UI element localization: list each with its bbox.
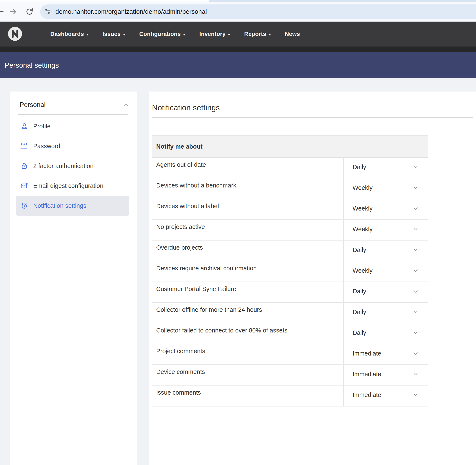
- notify-row-label: Agents out of date: [152, 158, 344, 178]
- frequency-select[interactable]: Weekly: [344, 220, 428, 240]
- notify-row-label: Device comments: [152, 365, 344, 385]
- frequency-value: Weekly: [353, 226, 373, 232]
- lock-icon: [20, 162, 29, 170]
- frequency-select[interactable]: Immediate: [344, 365, 428, 385]
- browser-tab-strip: [0, 0, 476, 2]
- chevron-down-icon: [413, 164, 419, 170]
- frequency-select[interactable]: Daily: [344, 282, 428, 302]
- nav-menu: Dashboards Issues Configurations Invento…: [50, 31, 300, 37]
- chevron-down-icon: [413, 185, 419, 191]
- chevron-down-icon: [228, 34, 231, 35]
- chevron-down-icon: [413, 288, 419, 294]
- nav-item-reports[interactable]: Reports: [244, 31, 271, 37]
- chevron-down-icon: [413, 392, 419, 398]
- table-header: Notify me about: [152, 136, 428, 158]
- frequency-select[interactable]: Daily: [344, 303, 428, 323]
- chevron-down-icon: [413, 226, 419, 232]
- frequency-value: Daily: [353, 329, 366, 336]
- svg-text:***: ***: [21, 142, 28, 148]
- sidebar-divider: [18, 114, 128, 115]
- alarm-clock-icon: [20, 202, 29, 210]
- nav-item-news[interactable]: News: [285, 31, 300, 37]
- table-row: Project comments Immediate: [152, 344, 428, 365]
- nav-item-inventory[interactable]: Inventory: [199, 31, 231, 37]
- nav-item-configurations[interactable]: Configurations: [139, 31, 186, 37]
- chevron-down-icon: [413, 330, 419, 336]
- top-navigation: Dashboards Issues Configurations Invento…: [0, 22, 476, 46]
- notify-row-label: No projects active: [152, 220, 344, 240]
- frequency-select[interactable]: Immediate: [344, 386, 428, 406]
- frequency-value: Daily: [353, 309, 366, 315]
- browser-toolbar: demo.nanitor.com/organization/demo/admin…: [0, 2, 476, 22]
- tune-icon[interactable]: [44, 8, 51, 15]
- sidebar-item-notification-settings[interactable]: Notification settings: [16, 196, 129, 216]
- table-row: Devices without a benchmark Weekly: [152, 178, 428, 199]
- frequency-value: Daily: [353, 164, 366, 170]
- back-icon[interactable]: [0, 7, 4, 16]
- frequency-value: Weekly: [353, 205, 373, 212]
- table-row: Customer Portal Sync Failure Daily: [152, 282, 428, 303]
- notify-row-label: Devices require archival confirmation: [152, 261, 344, 282]
- table-row: Devices require archival confirmation We…: [152, 261, 428, 282]
- sidebar-section-title: Personal: [20, 101, 45, 109]
- active-tab-edge: [0, 0, 209, 2]
- table-row: Collector offline for more than 24 hours…: [152, 303, 428, 323]
- mail-icon: [20, 182, 29, 190]
- sidebar-item-password[interactable]: *** Password: [16, 136, 129, 156]
- notify-row-label: Overdue projects: [152, 241, 344, 261]
- frequency-select[interactable]: Daily: [344, 241, 428, 261]
- chevron-down-icon: [413, 350, 419, 356]
- notify-row-label: Devices without a label: [152, 199, 344, 219]
- chevron-down-icon: [123, 34, 126, 35]
- frequency-value: Daily: [353, 246, 366, 253]
- frequency-value: Immediate: [353, 371, 381, 378]
- chevron-down-icon: [413, 247, 419, 253]
- sidebar-item-2-factor-authentication[interactable]: 2 factor authentication: [16, 156, 129, 176]
- asterisks-icon: ***: [20, 142, 29, 150]
- table-row: Agents out of date Daily: [152, 158, 428, 178]
- nav-item-issues[interactable]: Issues: [103, 31, 126, 37]
- nanitor-logo[interactable]: [8, 26, 22, 42]
- reload-icon[interactable]: [25, 7, 34, 16]
- url-text: demo.nanitor.com/organization/demo/admin…: [55, 8, 207, 15]
- frequency-value: Immediate: [353, 350, 381, 357]
- chevron-down-icon: [268, 34, 271, 35]
- nav-shadow-strip: [0, 46, 476, 52]
- page-title: Personal settings: [5, 61, 59, 69]
- frequency-select[interactable]: Weekly: [344, 178, 428, 199]
- frequency-select[interactable]: Weekly: [344, 199, 428, 219]
- table-row: Overdue projects Daily: [152, 241, 428, 261]
- chevron-down-icon: [413, 309, 419, 315]
- notify-row-label: Collector offline for more than 24 hours: [152, 303, 344, 323]
- forward-icon[interactable]: [10, 7, 18, 16]
- chevron-up-icon[interactable]: [123, 102, 129, 108]
- frequency-value: Weekly: [353, 184, 373, 191]
- chevron-down-icon: [413, 371, 419, 377]
- frequency-select[interactable]: Immediate: [344, 344, 428, 364]
- main-panel: Notification settings Notify me about Ag…: [149, 92, 476, 465]
- table-row: Issue comments Immediate: [152, 386, 428, 406]
- section-divider: [152, 117, 473, 118]
- table-row: Collector failed to connect to over 80% …: [152, 323, 428, 344]
- sidebar-item-email-digest-configuration[interactable]: Email digest configuration: [16, 176, 129, 196]
- url-bar[interactable]: demo.nanitor.com/organization/demo/admin…: [40, 4, 476, 19]
- section-title: Notification settings: [152, 103, 473, 112]
- frequency-select[interactable]: Daily: [344, 323, 428, 344]
- nav-item-dashboards[interactable]: Dashboards: [50, 31, 89, 37]
- notify-row-label: Issue comments: [152, 386, 344, 406]
- sidebar-item-profile[interactable]: Profile: [16, 116, 129, 136]
- table-row: Device comments Immediate: [152, 365, 428, 386]
- chevron-down-icon: [413, 205, 419, 211]
- frequency-value: Daily: [353, 288, 366, 295]
- sidebar: Personal Profile *** Password 2 factor a…: [10, 92, 137, 465]
- frequency-value: Immediate: [353, 391, 381, 398]
- frequency-select[interactable]: Daily: [344, 158, 428, 178]
- content-area: Personal Profile *** Password 2 factor a…: [0, 78, 476, 465]
- notify-row-label: Customer Portal Sync Failure: [152, 282, 344, 302]
- table-row: No projects active Weekly: [152, 220, 428, 241]
- chevron-down-icon: [183, 34, 186, 35]
- chevron-down-icon: [86, 34, 89, 35]
- page-header: Personal settings: [0, 52, 476, 78]
- frequency-select[interactable]: Weekly: [344, 261, 428, 282]
- notify-row-label: Collector failed to connect to over 80% …: [152, 323, 344, 344]
